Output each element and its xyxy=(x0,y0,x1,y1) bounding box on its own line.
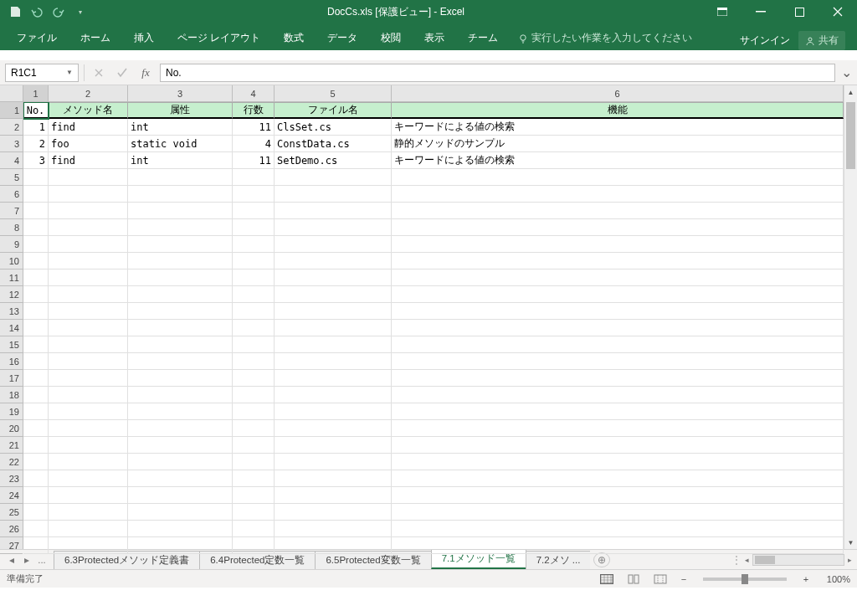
cell[interactable]: 11 xyxy=(233,119,275,136)
row-header[interactable]: 23 xyxy=(0,470,23,487)
cell[interactable] xyxy=(23,203,49,219)
cell[interactable] xyxy=(49,454,128,470)
cell[interactable] xyxy=(392,537,844,554)
tab-review[interactable]: 校閲 xyxy=(369,26,413,50)
cell[interactable] xyxy=(392,203,844,219)
row-header[interactable]: 3 xyxy=(0,136,23,152)
row-header[interactable]: 7 xyxy=(0,203,23,219)
cell[interactable] xyxy=(128,387,233,403)
cell[interactable] xyxy=(128,303,233,320)
chevron-down-icon[interactable]: ▼ xyxy=(66,69,73,76)
cell[interactable] xyxy=(275,186,392,203)
page-break-view-button[interactable] xyxy=(651,572,670,586)
cell[interactable] xyxy=(128,353,233,370)
zoom-slider-thumb[interactable] xyxy=(742,574,748,584)
row-header[interactable]: 22 xyxy=(0,454,23,470)
column-header[interactable]: 6 xyxy=(392,85,844,101)
cell[interactable] xyxy=(128,537,233,554)
cell[interactable] xyxy=(23,454,49,470)
cell[interactable] xyxy=(23,470,49,487)
cell[interactable] xyxy=(128,253,233,270)
qat-customize-icon[interactable]: ▾ xyxy=(72,3,89,20)
cell[interactable] xyxy=(49,353,128,370)
cell[interactable] xyxy=(233,454,275,470)
cell[interactable] xyxy=(49,336,128,353)
cell[interactable] xyxy=(23,387,49,403)
expand-formula-bar-button[interactable]: ⌄ xyxy=(840,64,852,82)
cell[interactable] xyxy=(128,504,233,521)
cell[interactable] xyxy=(23,186,49,203)
cell[interactable] xyxy=(49,203,128,219)
cell[interactable] xyxy=(392,320,844,336)
cell[interactable] xyxy=(128,270,233,286)
column-header[interactable]: 1 xyxy=(23,85,49,101)
cell[interactable] xyxy=(233,420,275,437)
cell[interactable] xyxy=(23,219,49,236)
cell[interactable]: 2 xyxy=(23,136,49,152)
row-header[interactable]: 10 xyxy=(0,253,23,270)
cell[interactable] xyxy=(233,537,275,554)
cell[interactable] xyxy=(49,437,128,454)
row-headers[interactable]: 1234567891011121314151617181920212223242… xyxy=(0,102,23,549)
row-header[interactable]: 17 xyxy=(0,370,23,387)
cell[interactable] xyxy=(233,437,275,454)
cell[interactable] xyxy=(392,403,844,420)
cell[interactable] xyxy=(233,186,275,203)
cell[interactable] xyxy=(392,454,844,470)
zoom-out-button[interactable]: − xyxy=(678,574,690,584)
cell[interactable] xyxy=(23,521,49,537)
cell[interactable] xyxy=(49,270,128,286)
cell[interactable] xyxy=(49,420,128,437)
cell[interactable] xyxy=(49,487,128,504)
cell[interactable] xyxy=(128,219,233,236)
cell[interactable]: 11 xyxy=(233,152,275,169)
row-header[interactable]: 9 xyxy=(0,236,23,253)
column-header[interactable]: 2 xyxy=(49,85,128,101)
cell[interactable] xyxy=(49,186,128,203)
cell[interactable] xyxy=(233,236,275,253)
zoom-slider[interactable] xyxy=(703,578,787,581)
cell[interactable] xyxy=(128,403,233,420)
page-layout-view-button[interactable] xyxy=(624,572,643,586)
cell[interactable] xyxy=(392,504,844,521)
row-header[interactable]: 25 xyxy=(0,504,23,521)
row-header[interactable]: 14 xyxy=(0,320,23,336)
hscroll-left-icon[interactable]: ◂ xyxy=(745,556,749,564)
cell[interactable] xyxy=(233,169,275,186)
row-header[interactable]: 19 xyxy=(0,403,23,420)
row-header[interactable]: 20 xyxy=(0,420,23,437)
cell[interactable] xyxy=(23,169,49,186)
column-header[interactable]: 4 xyxy=(233,85,275,101)
zoom-in-button[interactable]: + xyxy=(800,574,812,584)
cell[interactable] xyxy=(23,504,49,521)
cell[interactable] xyxy=(128,286,233,303)
cell[interactable]: ConstData.cs xyxy=(275,136,392,152)
insert-function-button[interactable]: fx xyxy=(136,64,155,82)
cell[interactable] xyxy=(23,286,49,303)
cell[interactable] xyxy=(233,403,275,420)
cell[interactable] xyxy=(275,286,392,303)
header-cell[interactable]: No. xyxy=(23,102,49,119)
cell[interactable] xyxy=(233,353,275,370)
cell[interactable] xyxy=(23,437,49,454)
column-header[interactable]: 3 xyxy=(128,85,233,101)
row-header[interactable]: 21 xyxy=(0,437,23,454)
tab-data[interactable]: データ xyxy=(316,26,369,50)
cell[interactable] xyxy=(233,370,275,387)
ribbon-display-options-button[interactable] xyxy=(703,0,742,23)
cancel-formula-button[interactable] xyxy=(90,64,108,82)
enter-formula-button[interactable] xyxy=(113,64,131,82)
cell[interactable] xyxy=(275,387,392,403)
cell[interactable] xyxy=(392,487,844,504)
cell[interactable]: find xyxy=(49,152,128,169)
cell[interactable] xyxy=(275,353,392,370)
cell[interactable] xyxy=(275,487,392,504)
undo-button[interactable] xyxy=(28,3,45,20)
cell[interactable] xyxy=(23,353,49,370)
select-all-corner[interactable] xyxy=(0,85,23,102)
header-cell[interactable]: ファイル名 xyxy=(275,102,392,119)
cell[interactable] xyxy=(128,336,233,353)
cell[interactable] xyxy=(49,470,128,487)
row-header[interactable]: 13 xyxy=(0,303,23,320)
cell[interactable] xyxy=(49,236,128,253)
